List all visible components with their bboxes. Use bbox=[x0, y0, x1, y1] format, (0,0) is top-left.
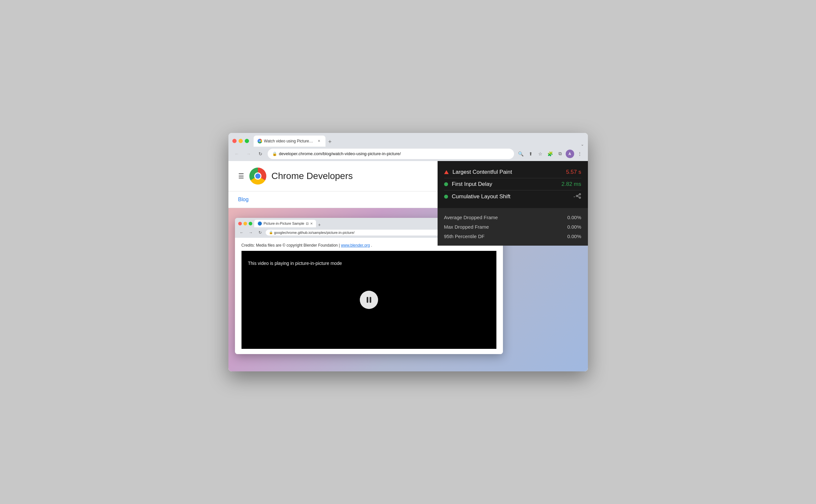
inner-tab-title: Picture-in-Picture Sample bbox=[264, 221, 304, 225]
avg-dropped-frame-stat: Average Dropped Frame 0.00% bbox=[444, 213, 581, 222]
tab-title: Watch video using Picture-in-P bbox=[264, 139, 314, 143]
address-bar[interactable]: 🔒 developer.chrome.com/blog/watch-video-… bbox=[268, 149, 514, 159]
chrome-logo bbox=[249, 168, 266, 185]
nav-bar: ← → ↻ 🔒 developer.chrome.com/blog/watch-… bbox=[228, 147, 588, 161]
tabs-row: Watch video using Picture-in-P ✕ + ⌄ bbox=[253, 136, 584, 147]
inner-tab-favicon-icon: 🔵 bbox=[257, 221, 262, 226]
refresh-button[interactable]: ↻ bbox=[256, 149, 265, 158]
inner-tab-close-button[interactable]: ✕ bbox=[310, 222, 313, 225]
svg-point-3 bbox=[579, 193, 581, 195]
svg-point-5 bbox=[579, 197, 581, 199]
close-button[interactable] bbox=[232, 139, 237, 143]
fid-dot-icon bbox=[444, 182, 448, 186]
cls-dot-icon bbox=[444, 195, 448, 199]
lock-icon: 🔒 bbox=[272, 152, 277, 156]
inner-new-tab-button[interactable]: + bbox=[316, 222, 322, 227]
fid-metric: First Input Delay 2.82 ms bbox=[444, 178, 581, 190]
forward-icon: → bbox=[246, 151, 251, 156]
inner-url-text: googlechrome.github.io/samples/picture-i… bbox=[274, 231, 354, 235]
lcp-metric: Largest Contentful Paint 5.57 s bbox=[444, 166, 581, 178]
hamburger-icon[interactable]: ☰ bbox=[238, 172, 244, 180]
inner-back-button[interactable]: ← bbox=[238, 229, 245, 236]
maximize-button[interactable] bbox=[245, 139, 249, 143]
inner-forward-button[interactable]: → bbox=[247, 229, 254, 236]
window-mode-button[interactable]: ⧉ bbox=[556, 150, 564, 158]
svg-line-7 bbox=[578, 194, 579, 195]
video-player[interactable]: This video is playing in picture-in-pict… bbox=[241, 251, 497, 349]
menu-button[interactable]: ⋮ bbox=[576, 150, 584, 158]
max-dropped-frame-label: Max Dropped Frame bbox=[444, 224, 567, 230]
title-bar: Watch video using Picture-in-P ✕ + ⌄ bbox=[228, 133, 588, 147]
percentile-df-value: 0.00% bbox=[567, 234, 581, 239]
avg-dropped-frame-label: Average Dropped Frame bbox=[444, 215, 567, 220]
lcp-value: 5.57 s bbox=[566, 169, 581, 175]
inner-refresh-button[interactable]: ↻ bbox=[256, 229, 264, 236]
back-button[interactable]: ← bbox=[232, 149, 241, 158]
fid-label: First Input Delay bbox=[452, 181, 562, 187]
cls-label: Cumulative Layout Shift bbox=[452, 193, 574, 200]
perf-bottom-section: Average Dropped Frame 0.00% Max Dropped … bbox=[438, 208, 588, 246]
inner-page-content: Credits: Media files are © copyright Ble… bbox=[235, 238, 503, 354]
svg-point-2 bbox=[259, 140, 260, 142]
inner-traffic-lights bbox=[238, 222, 252, 225]
back-icon: ← bbox=[235, 151, 239, 156]
pause-button[interactable] bbox=[360, 291, 378, 309]
triangle-warning-icon bbox=[444, 170, 449, 174]
main-content: ☰ Chrome Developers Blog bbox=[228, 161, 588, 371]
inner-tabs-row: 🔵 Picture-in-Picture Sample ⊡ ✕ + bbox=[254, 220, 323, 227]
inner-close-button[interactable] bbox=[238, 222, 242, 225]
refresh-icon: ↻ bbox=[258, 151, 262, 156]
share-icon[interactable] bbox=[576, 193, 581, 200]
inner-active-tab[interactable]: 🔵 Picture-in-Picture Sample ⊡ ✕ bbox=[254, 220, 316, 227]
percentile-df-label: 95th Percentile DF bbox=[444, 234, 567, 239]
avg-dropped-frame-value: 0.00% bbox=[567, 215, 581, 220]
tab-close-button[interactable]: ✕ bbox=[316, 138, 321, 144]
blender-link[interactable]: www.blender.org bbox=[341, 243, 370, 248]
browser-window: Watch video using Picture-in-P ✕ + ⌄ ← →… bbox=[228, 133, 588, 371]
tab-favicon-icon bbox=[257, 139, 262, 143]
bookmark-button[interactable]: ☆ bbox=[536, 150, 545, 158]
search-button[interactable]: 🔍 bbox=[517, 150, 525, 158]
lcp-label: Largest Contentful Paint bbox=[453, 169, 566, 175]
nav-right-icons: 🔍 ⬆ ☆ 🧩 ⧉ A ⋮ bbox=[517, 150, 584, 158]
extensions-button[interactable]: 🧩 bbox=[546, 150, 555, 158]
fid-value: 2.82 ms bbox=[562, 181, 581, 187]
site-title: Chrome Developers bbox=[271, 171, 353, 181]
inner-maximize-button[interactable] bbox=[249, 222, 252, 225]
tab-chevron-icon[interactable]: ⌄ bbox=[581, 142, 584, 147]
pause-icon bbox=[367, 297, 371, 303]
credits-end: . bbox=[371, 243, 372, 248]
svg-line-6 bbox=[578, 196, 579, 197]
cls-metric: Cumulative Layout Shift - bbox=[444, 190, 581, 203]
svg-point-4 bbox=[576, 195, 578, 197]
inner-lock-icon: 🔒 bbox=[269, 231, 273, 234]
new-tab-button[interactable]: + bbox=[325, 138, 334, 147]
max-dropped-frame-value: 0.00% bbox=[567, 224, 581, 230]
share-button[interactable]: ⬆ bbox=[527, 150, 535, 158]
perf-top-section: Largest Contentful Paint 5.57 s First In… bbox=[438, 161, 588, 208]
performance-panel: Largest Contentful Paint 5.57 s First In… bbox=[438, 161, 588, 246]
traffic-lights bbox=[232, 139, 249, 143]
video-subtitle: This video is playing in picture-in-pict… bbox=[248, 261, 342, 266]
inner-minimize-button[interactable] bbox=[243, 222, 247, 225]
max-dropped-frame-stat: Max Dropped Frame 0.00% bbox=[444, 222, 581, 232]
minimize-button[interactable] bbox=[238, 139, 243, 143]
credits-text: Credits: Media files are © copyright Ble… bbox=[241, 243, 340, 248]
percentile-df-stat: 95th Percentile DF 0.00% bbox=[444, 232, 581, 241]
avatar[interactable]: A bbox=[566, 150, 574, 158]
forward-button[interactable]: → bbox=[244, 149, 253, 158]
pip-screen-icon: ⊡ bbox=[306, 222, 308, 225]
active-tab[interactable]: Watch video using Picture-in-P ✕ bbox=[253, 136, 325, 147]
url-text: developer.chrome.com/blog/watch-video-us… bbox=[279, 151, 510, 156]
blog-link[interactable]: Blog bbox=[238, 197, 249, 202]
